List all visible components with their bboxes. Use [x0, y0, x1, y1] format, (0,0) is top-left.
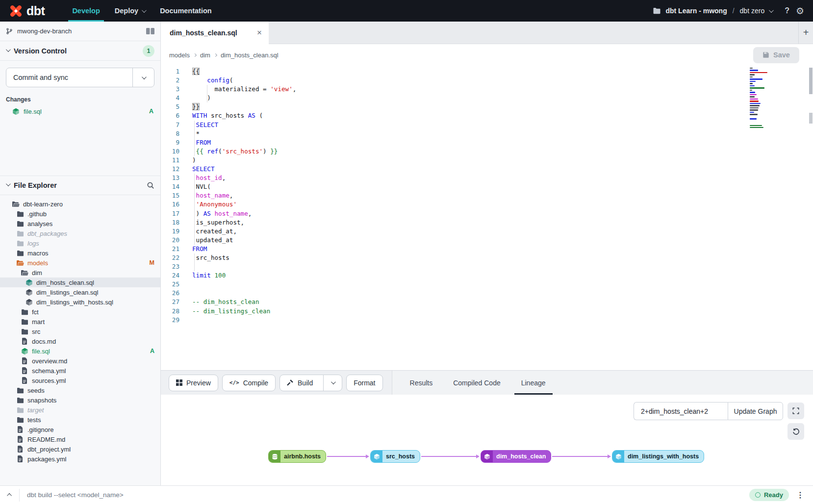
- tree-item-label: .github: [27, 210, 47, 218]
- tree-item-dim-listings-with-hosts-sql[interactable]: dim_listings_with_hosts.sql: [0, 297, 160, 307]
- nav-item-develop[interactable]: Develop: [72, 0, 100, 22]
- cube-icon: [612, 451, 624, 462]
- tree-item-docs-md[interactable]: docs.md: [0, 336, 160, 346]
- tree-item-tests[interactable]: tests: [0, 415, 160, 425]
- new-tab-button[interactable]: +: [798, 22, 813, 44]
- tree-item-dim-hosts-clean-sql[interactable]: dim_hosts_clean.sql: [0, 277, 160, 287]
- editor-tab-bar: dim_hosts_clean.sql × +: [161, 22, 813, 44]
- tree-item-dbt-packages[interactable]: dbt_packages: [0, 228, 160, 238]
- editor-minimap[interactable]: [750, 68, 767, 131]
- tree-item-file-sql[interactable]: file.sqlA: [0, 346, 160, 356]
- tree-item-dim-listings-clean-sql[interactable]: dim_listings_clean.sql: [0, 287, 160, 297]
- lineage-node-dim-hosts-clean[interactable]: dim_hosts_clean: [481, 450, 551, 463]
- commit-options-chevron[interactable]: [132, 68, 154, 87]
- tree-item--gitignore[interactable]: .gitignore: [0, 425, 160, 434]
- cube-icon: [371, 451, 382, 462]
- version-control-header[interactable]: Version Control 1: [0, 41, 160, 61]
- chevron-down-icon: [142, 8, 147, 13]
- kebab-menu-icon[interactable]: ⋮: [796, 490, 805, 500]
- tree-item-label: dim_listings_clean.sql: [36, 289, 98, 296]
- tree-item-target[interactable]: target: [0, 405, 160, 415]
- settings-gear-icon[interactable]: ⚙: [796, 6, 804, 16]
- commit-button-label[interactable]: Commit and sync: [6, 68, 132, 87]
- build-options-chevron[interactable]: [323, 375, 342, 391]
- command-input[interactable]: dbt build --select <model_name>: [27, 491, 124, 499]
- expand-command-bar-chevron-up-icon[interactable]: [7, 493, 12, 498]
- dbt-logo[interactable]: dbt: [9, 4, 45, 18]
- environment-name[interactable]: dbt zero: [740, 7, 765, 15]
- build-button[interactable]: Build: [279, 375, 342, 391]
- tree-item-overview-md[interactable]: overview.md: [0, 356, 160, 366]
- tree-item-dbt-learn-zero[interactable]: dbt-learn-zero: [0, 199, 160, 209]
- tab-compiled-code[interactable]: Compiled Code: [453, 371, 501, 395]
- tree-item-packages-yml[interactable]: packages.yml: [0, 454, 160, 464]
- code-line: 27-- dim_hosts_clean: [161, 298, 813, 306]
- search-icon[interactable]: [147, 181, 154, 189]
- tree-item-schema-yml[interactable]: schema.yml: [0, 366, 160, 376]
- model-cube-icon: [21, 348, 28, 355]
- tab-dim-hosts-clean[interactable]: dim_hosts_clean.sql ×: [161, 22, 269, 44]
- command-bar-divider: [19, 489, 20, 502]
- format-button[interactable]: Format: [346, 375, 382, 391]
- tree-item-readme-md[interactable]: README.md: [0, 434, 160, 444]
- hammer-icon: [286, 379, 294, 386]
- breadcrumb-item[interactable]: dim_hosts_clean.sql: [221, 51, 279, 59]
- code-editor[interactable]: 1{{2 config(3 materialized = 'view',4 )5…: [161, 66, 813, 370]
- tree-item-analyses[interactable]: analyses: [0, 219, 160, 228]
- tree-item-snapshots[interactable]: snapshots: [0, 395, 160, 405]
- line-number: 19: [161, 227, 179, 236]
- compile-button[interactable]: </>Compile: [222, 375, 276, 391]
- changed-file-row[interactable]: file.sqlA: [0, 106, 160, 117]
- code-line: 19 created_at,: [161, 227, 813, 236]
- nav-item-deploy[interactable]: Deploy: [115, 0, 145, 22]
- git-branch-row[interactable]: mwong-dev-branch: [0, 22, 160, 41]
- lineage-node-dim-listings-with-hosts[interactable]: dim_listings_with_hosts: [612, 450, 704, 463]
- lineage-edge: [552, 456, 608, 457]
- commit-and-sync-button[interactable]: Commit and sync: [6, 68, 154, 87]
- tree-item-mart[interactable]: mart: [0, 317, 160, 327]
- folder-icon: [21, 270, 28, 276]
- folder-icon: [16, 230, 24, 237]
- reader-icon[interactable]: [146, 28, 154, 34]
- folder-icon: [16, 221, 24, 227]
- brand-word: dbt: [26, 4, 45, 18]
- tab-results[interactable]: Results: [410, 371, 433, 395]
- tree-item-seeds[interactable]: seeds: [0, 385, 160, 395]
- tab-lineage[interactable]: Lineage: [521, 371, 546, 395]
- tree-item-models[interactable]: modelsM: [0, 258, 160, 268]
- folder-icon: [16, 407, 24, 413]
- editor-pane: dim_hosts_clean.sql × + models dim dim_h…: [161, 22, 813, 485]
- file-explorer-header[interactable]: File Explorer: [0, 176, 160, 195]
- line-number: 27: [161, 298, 179, 306]
- lineage-node-airbnb-hosts[interactable]: airbnb.hosts: [268, 450, 326, 463]
- environment-chevron-down-icon[interactable]: [769, 8, 774, 13]
- tree-item-dbt-project-yml[interactable]: dbt_project.yml: [0, 444, 160, 454]
- breadcrumb-item[interactable]: dim: [200, 51, 210, 59]
- tree-item-dim[interactable]: dim: [0, 268, 160, 277]
- code-line: 21FROM: [161, 245, 813, 253]
- tree-item--github[interactable]: .github: [0, 209, 160, 219]
- editor-scrollbar[interactable]: [809, 68, 813, 94]
- project-name[interactable]: dbt Learn - mwong: [665, 7, 727, 15]
- code-line: 25: [161, 280, 813, 289]
- line-number: 1: [161, 67, 179, 76]
- nav-item-documentation[interactable]: Documentation: [160, 0, 212, 22]
- floppy-save-icon: [762, 51, 769, 58]
- tree-item-macros[interactable]: macros: [0, 248, 160, 258]
- line-number: 4: [161, 94, 179, 102]
- tree-item-label: snapshots: [27, 397, 56, 404]
- topbar-right: dbt Learn - mwong / dbt zero ? ⚙: [653, 6, 804, 16]
- folder-icon: [16, 260, 24, 266]
- folder-icon: [12, 201, 20, 207]
- top-nav-bar: dbt DevelopDeployDocumentation dbt Learn…: [0, 0, 813, 22]
- save-button[interactable]: Save: [753, 47, 799, 63]
- help-icon[interactable]: ?: [785, 6, 789, 15]
- lineage-node-src-hosts[interactable]: src_hosts: [370, 450, 420, 463]
- breadcrumb-item[interactable]: models: [169, 51, 190, 59]
- tree-item-fct[interactable]: fct: [0, 307, 160, 317]
- tree-item-logs[interactable]: logs: [0, 238, 160, 248]
- preview-button[interactable]: Preview: [169, 375, 218, 391]
- close-icon[interactable]: ×: [257, 28, 262, 38]
- tree-item-src[interactable]: src: [0, 327, 160, 336]
- tree-item-sources-yml[interactable]: sources.yml: [0, 376, 160, 385]
